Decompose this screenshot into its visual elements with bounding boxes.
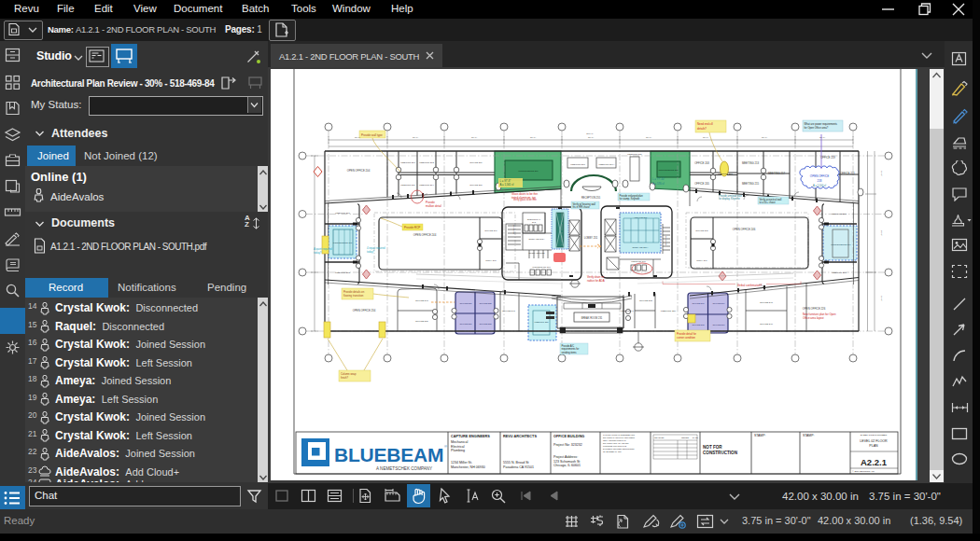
svg-text:Project No: 323232: Project No: 323232 <box>553 443 582 447</box>
svg-text:OFFICE 236: OFFICE 236 <box>460 302 473 304</box>
svg-text:ELECTRICAL: ELECTRICAL <box>527 218 541 220</box>
svg-text:OFFICE 240: OFFICE 240 <box>415 299 429 302</box>
svg-text:Mechanical: Mechanical <box>451 440 468 444</box>
svg-text:292: 292 <box>532 221 537 223</box>
svg-text:®: ® <box>444 444 447 449</box>
svg-text:OFFICE 209: OFFICE 209 <box>713 302 726 304</box>
svg-text:A = 576 sf: A = 576 sf <box>652 182 665 186</box>
svg-text:Need end cill: Need end cill <box>697 122 713 126</box>
svg-text:MEN'S RR 246: MEN'S RR 246 <box>631 260 646 262</box>
svg-text:mullion detail: mullion detail <box>426 204 441 208</box>
svg-text:OFFICE 235: OFFICE 235 <box>480 302 493 304</box>
svg-text:DATE: DATE <box>693 437 698 438</box>
svg-text:OFFICE 241: OFFICE 241 <box>502 310 516 312</box>
svg-text:MEETING 203: MEETING 203 <box>335 271 350 274</box>
svg-text:Chicago, IL 60601: Chicago, IL 60601 <box>553 464 581 467</box>
svg-text:30'-0": 30'-0" <box>646 136 651 139</box>
svg-text:THIS DRAWING IS INTENDED FOR: THIS DRAWING IS INTENDED FOR <box>603 434 635 436</box>
svg-text:OFFICE 205: OFFICE 205 <box>694 182 709 186</box>
svg-text:MEETING 1: MEETING 1 <box>621 310 634 312</box>
svg-text:details?: details? <box>697 127 707 131</box>
svg-text:MEETING 201: MEETING 201 <box>335 212 350 215</box>
svg-text:MEETING 213: MEETING 213 <box>742 161 760 165</box>
svg-text:Project Address:: Project Address: <box>553 455 578 459</box>
svg-text:Office area layout: Office area layout <box>803 316 824 320</box>
svg-text:L = 77'-10": L = 77'-10" <box>652 177 665 181</box>
svg-text:Electrical: Electrical <box>451 445 465 449</box>
svg-text:MEETING 217: MEETING 217 <box>768 172 786 175</box>
svg-text:OFFICE 210: OFFICE 210 <box>713 324 726 326</box>
svg-text:NOT FOR: NOT FOR <box>703 445 722 450</box>
svg-text:MEETING 211: MEETING 211 <box>400 184 415 187</box>
svg-text:OPEN OFFICE 226: OPEN OFFICE 226 <box>803 307 826 311</box>
svg-text:ONLY. DO NOT USE THIS: ONLY. DO NOT USE THIS <box>603 439 626 441</box>
svg-text:STORAGE 293b: STORAGE 293b <box>529 252 546 254</box>
svg-text:OFFICE 241: OFFICE 241 <box>760 301 774 304</box>
svg-text:62'-0": 62'-0" <box>880 171 883 176</box>
svg-text:1234 Miller St.: 1234 Miller St. <box>451 461 472 465</box>
svg-text:MEETING 214: MEETING 214 <box>419 184 434 187</box>
svg-text:OFFICE 245: OFFICE 245 <box>695 229 708 232</box>
svg-text:STORAGE 250A: STORAGE 250A <box>632 246 649 248</box>
svg-text:vending items: vending items <box>562 351 578 354</box>
svg-text:OPEN OFFICE 234: OPEN OFFICE 234 <box>353 309 376 312</box>
svg-text:WOMEN'S RR 296: WOMEN'S RR 296 <box>532 266 551 268</box>
svg-text:CONFERENCE 207: CONFERENCE 207 <box>518 170 539 173</box>
svg-text:62'-0": 62'-0" <box>880 296 883 301</box>
svg-text:RECEPTION 255: RECEPTION 255 <box>581 196 601 200</box>
svg-text:MEETING 215: MEETING 215 <box>742 182 760 186</box>
svg-text:30'-0": 30'-0" <box>762 136 767 139</box>
svg-text:LOBBY 251: LOBBY 251 <box>584 236 598 240</box>
svg-text:30'-0": 30'-0" <box>703 136 708 139</box>
svg-text:ARCHIVE 301: ARCHIVE 301 <box>634 216 648 218</box>
svg-text:Provide RCP: Provide RCP <box>404 226 420 229</box>
svg-text:30'-0": 30'-0" <box>819 136 825 139</box>
svg-text:MEETING 212: MEETING 212 <box>419 161 434 164</box>
svg-text:today?: today? <box>367 250 375 254</box>
svg-text:MEETING 260: MEETING 260 <box>832 271 847 274</box>
svg-text:30'-0": 30'-0" <box>413 136 418 139</box>
svg-text:DRAWING RASTIFILITY/OFFICERS: DRAWING RASTIFILITY/OFFICERS <box>603 437 636 438</box>
svg-text:OF BLUEBEAM, INC.: OF BLUEBEAM, INC. <box>603 451 623 453</box>
svg-text:PLAN: PLAN <box>869 444 878 448</box>
svg-text:A NEMETSCHEK COMPANY: A NEMETSCHEK COMPANY <box>376 466 432 471</box>
svg-text:STORAGE 293A: STORAGE 293A <box>528 238 545 240</box>
svg-text:LEVEL 02 FLOOR: LEVEL 02 FLOOR <box>860 439 888 443</box>
svg-text:finish?: finish? <box>341 376 349 380</box>
svg-text:DRAWING FOR ANY OTHER: DRAWING FOR ANY OTHER <box>603 442 629 444</box>
svg-text:A = 1,100 sf: A = 1,100 sf <box>813 184 826 187</box>
svg-text:EXPRESS WRITTEN PERMISSION: EXPRESS WRITTEN PERMISSION <box>603 448 635 450</box>
svg-text:STAMP:: STAMP: <box>803 434 814 437</box>
svg-text:BREAK ROOM 231: BREAK ROOM 231 <box>581 316 603 320</box>
svg-text:SHEET TITLE & NUMBER: SHEET TITLE & NUMBER <box>861 434 888 437</box>
svg-text:MEETING 211: MEETING 211 <box>627 153 642 156</box>
svg-text:30'-0": 30'-0" <box>471 136 477 139</box>
svg-text:MEETING 209A: MEETING 209A <box>598 163 615 166</box>
svg-text:OFFICE 239: OFFICE 239 <box>415 320 429 323</box>
svg-text:OFFICE 207: OFFICE 207 <box>693 302 706 304</box>
svg-text:CONFERENCE 211: CONFERENCE 211 <box>658 169 679 172</box>
svg-text:MEETING 229: MEETING 229 <box>661 310 677 312</box>
svg-text:flooring transition: flooring transition <box>343 294 364 298</box>
svg-text:BLUEBEAM: BLUEBEAM <box>334 444 443 465</box>
svg-text:to a 50+ chase: to a 50+ chase <box>760 201 777 204</box>
svg-text:OFFICE 237: OFFICE 237 <box>460 323 473 325</box>
svg-text:OFFICE 219: OFFICE 219 <box>820 156 835 160</box>
svg-text:218: 218 <box>817 179 821 183</box>
svg-text:Manchester, NH 06930: Manchester, NH 06930 <box>451 465 485 469</box>
svg-text:ISSUED: ISSUED <box>681 437 690 438</box>
svg-text:OFFICE BUILDING: OFFICE BUILDING <box>553 435 584 438</box>
svg-text:30'-0": 30'-0" <box>588 136 594 139</box>
svg-text:STAIR 291: STAIR 291 <box>513 225 515 235</box>
svg-text:COPY 248: COPY 248 <box>485 259 497 262</box>
svg-text:today?: today? <box>314 251 322 255</box>
svg-text:5555 N. Broad St: 5555 N. Broad St <box>503 461 529 465</box>
svg-text:Verbal confirmation?: Verbal confirmation? <box>737 284 763 287</box>
svg-text:OPEN OFFICE 246: OPEN OFFICE 246 <box>733 228 756 231</box>
svg-text:Provide wall type: Provide wall type <box>361 133 383 137</box>
svg-text:OFFICE 240: OFFICE 240 <box>760 323 774 326</box>
svg-text:for stamp. Keynote: for stamp. Keynote <box>620 197 640 201</box>
svg-text:STAIR 244: STAIR 244 <box>665 236 667 246</box>
svg-text:30'-0": 30'-0" <box>355 136 360 139</box>
svg-text:CONSTRUCTION: CONSTRUCTION <box>703 451 738 455</box>
